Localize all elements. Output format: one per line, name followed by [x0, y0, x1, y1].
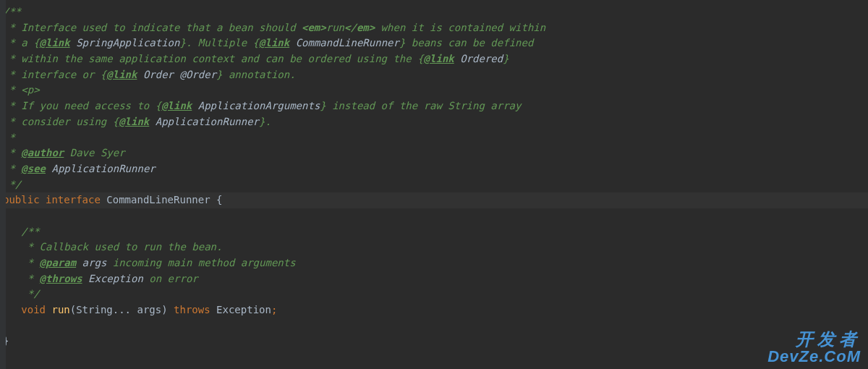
javadoc-line: * within the same application context an… — [3, 53, 424, 64]
javadoc-open: /** — [3, 226, 40, 237]
varargs: ... — [113, 304, 137, 315]
link-reference[interactable]: ApplicationArguments — [198, 100, 320, 111]
em-tag-close: </em> — [344, 22, 375, 33]
keyword-throws: throws — [174, 304, 210, 315]
exception-type: Exception — [216, 304, 271, 315]
paren-close: ) — [161, 304, 174, 315]
link-tag: @link — [161, 100, 192, 111]
current-line: public interface CommandLineRunner { — [3, 192, 868, 208]
javadoc-line: * Callback used to run the bean. — [3, 241, 222, 253]
javadoc-line: * consider using { — [3, 116, 119, 127]
author-name: Dave Syer — [64, 147, 124, 158]
em-tag: <em> — [302, 22, 326, 33]
param-type: String — [76, 304, 113, 315]
link-tag: @link — [40, 37, 70, 48]
link-reference[interactable]: @Order — [179, 69, 216, 80]
interface-name: CommandLineRunner — [106, 194, 210, 205]
javadoc-line: * If you need access to { — [3, 100, 161, 111]
link-tag: @link — [106, 69, 137, 80]
javadoc-line: * — [3, 273, 40, 284]
paren-open: ( — [70, 304, 76, 315]
semicolon: ; — [271, 304, 277, 315]
javadoc-text: } beans can be defined — [399, 37, 533, 48]
throws-desc: on error — [143, 273, 198, 284]
javadoc-text: when it is contained within — [375, 22, 545, 33]
editor-gutter — [0, 0, 6, 369]
see-reference[interactable]: ApplicationRunner — [51, 163, 155, 174]
link-reference[interactable]: SpringApplication — [76, 37, 179, 48]
link-reference[interactable]: Order — [143, 69, 174, 80]
brace-open: { — [216, 194, 222, 205]
link-tag: @link — [259, 37, 289, 48]
javadoc-text: }. Multiple { — [179, 37, 259, 48]
javadoc-text: } annotation. — [216, 69, 296, 80]
javadoc-line: * Interface used to indicate that a bean… — [3, 22, 302, 33]
watermark-line2: DevZe.CoM — [767, 348, 861, 365]
link-tag: @link — [119, 116, 149, 127]
see-tag: @see — [21, 163, 46, 174]
javadoc-text: } — [503, 53, 509, 64]
javadoc-text: }. — [259, 116, 271, 127]
author-tag: @author — [21, 147, 64, 158]
code-editor[interactable]: /** * Interface used to indicate that a … — [3, 4, 868, 349]
link-reference[interactable]: CommandLineRunner — [296, 37, 399, 48]
throws-reference[interactable]: Exception — [88, 273, 143, 284]
javadoc-text: run — [326, 22, 344, 33]
link-reference[interactable]: Ordered — [460, 53, 503, 64]
keyword-void: void — [21, 304, 46, 315]
link-reference[interactable]: ApplicationRunner — [156, 116, 259, 127]
javadoc-line: * — [3, 257, 40, 268]
javadoc-text: } instead of the raw String array — [320, 100, 521, 111]
javadoc-line: * interface or { — [3, 69, 106, 80]
keyword-interface: interface — [46, 194, 101, 205]
javadoc-close: */ — [3, 288, 40, 300]
javadoc-line: * a { — [3, 37, 40, 48]
param-tag: @param — [40, 257, 77, 268]
watermark-line1: 开发者 — [767, 330, 861, 348]
param-name: args — [137, 304, 161, 315]
param-name: args — [82, 257, 107, 268]
param-desc: incoming main method arguments — [106, 257, 295, 268]
link-tag: @link — [424, 53, 454, 64]
method-name: run — [51, 304, 69, 315]
keyword-public: public — [3, 194, 40, 205]
javadoc-line: * <p> — [3, 84, 40, 96]
watermark: 开发者 DevZe.CoM — [767, 330, 861, 365]
throws-tag: @throws — [40, 273, 82, 284]
